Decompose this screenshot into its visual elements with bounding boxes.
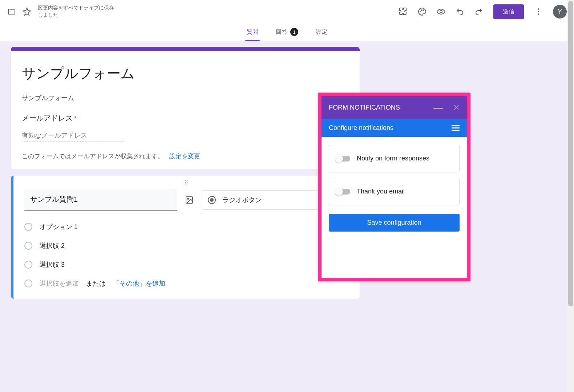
radio-outline-icon xyxy=(24,223,32,231)
svg-point-6 xyxy=(538,13,539,15)
email-collection-note: このフォームではメールアドレスが収集されます。 設定を変更 xyxy=(22,152,349,160)
radio-outline-icon xyxy=(24,279,32,287)
svg-point-1 xyxy=(421,10,422,11)
question-title-input[interactable] xyxy=(24,189,177,211)
add-option-label[interactable]: 選択肢を追加 xyxy=(40,279,79,288)
options-list: オプション 1 選択肢 2 選択肢 3 選択肢を追加 または 「その他」を追加 xyxy=(24,222,349,288)
svg-point-8 xyxy=(187,198,189,199)
toggle-notify-responses[interactable]: Notify on form responses xyxy=(329,145,460,172)
email-label: メールアドレス xyxy=(22,114,73,122)
tab-responses-label: 回答 xyxy=(276,28,287,36)
radio-outline-icon xyxy=(24,242,32,250)
palette-icon[interactable] xyxy=(418,7,427,16)
toggle-switch[interactable] xyxy=(336,156,350,162)
change-settings-link[interactable]: 設定を変更 xyxy=(169,153,200,160)
close-icon[interactable]: ✕ xyxy=(453,103,460,113)
scrollbar-thumb[interactable] xyxy=(568,1,573,299)
app-header: 変更内容をすべてドライブに保存しました 送信 Y xyxy=(0,0,574,41)
addon-titlebar: FORM NOTIFICATIONS — ✕ xyxy=(322,96,467,119)
save-configuration-button[interactable]: Save configuration xyxy=(329,214,460,232)
svg-point-3 xyxy=(440,11,442,13)
tab-bar: 質問 回答 1 設定 xyxy=(0,23,574,41)
question-card[interactable]: ⠿ ラジオボタン オプション 1 選択肢 2 選択肢 3 xyxy=(11,176,360,299)
option-row[interactable]: 選択肢 3 xyxy=(24,260,349,269)
option-label[interactable]: オプション 1 xyxy=(40,222,78,231)
form-header-card[interactable]: サンプルフォーム サンプルフォーム メールアドレス* このフォームではメールアド… xyxy=(11,47,360,169)
toggle-label: Thank you email xyxy=(357,188,405,195)
addon-panel: FORM NOTIFICATIONS — ✕ Configure notific… xyxy=(318,93,470,281)
toggle-label: Notify on form responses xyxy=(357,155,429,162)
drag-handle-icon[interactable]: ⠿ xyxy=(184,179,189,186)
addon-subheader: Configure notifications xyxy=(322,119,467,137)
tab-responses[interactable]: 回答 1 xyxy=(274,24,300,40)
addon-title-text: FORM NOTIFICATIONS xyxy=(329,104,400,111)
tab-settings[interactable]: 設定 xyxy=(314,24,329,40)
svg-point-4 xyxy=(538,8,539,10)
tab-questions[interactable]: 質問 xyxy=(245,24,260,40)
radio-icon xyxy=(208,196,216,204)
required-asterisk: * xyxy=(74,115,76,122)
toggle-switch[interactable] xyxy=(336,189,350,195)
svg-point-5 xyxy=(538,11,539,12)
star-icon[interactable] xyxy=(23,7,31,16)
svg-point-0 xyxy=(420,11,421,12)
option-label[interactable]: 選択肢 2 xyxy=(40,241,65,250)
question-type-label: ラジオボタン xyxy=(222,196,262,204)
redo-icon[interactable] xyxy=(474,7,483,16)
addon-subtitle: Configure notifications xyxy=(329,124,393,132)
send-button[interactable]: 送信 xyxy=(493,4,524,19)
form-description[interactable]: サンプルフォーム xyxy=(22,94,349,102)
undo-icon[interactable] xyxy=(456,7,464,16)
add-other-link[interactable]: 「その他」を追加 xyxy=(113,279,165,288)
scrollbar-track[interactable] xyxy=(567,0,574,299)
option-label[interactable]: 選択肢 3 xyxy=(40,260,65,269)
addons-icon[interactable] xyxy=(399,7,408,16)
form-canvas: サンプルフォーム サンプルフォーム メールアドレス* このフォームではメールアド… xyxy=(0,41,360,299)
more-icon[interactable] xyxy=(534,7,543,16)
form-title[interactable]: サンプルフォーム xyxy=(22,64,349,83)
minimize-icon[interactable]: — xyxy=(433,102,443,113)
image-icon[interactable] xyxy=(185,196,194,204)
response-count-badge: 1 xyxy=(290,28,298,36)
email-field-preview xyxy=(22,129,124,142)
folder-icon[interactable] xyxy=(7,7,16,16)
add-option-row[interactable]: 選択肢を追加 または 「その他」を追加 xyxy=(24,279,349,288)
preview-icon[interactable] xyxy=(437,7,445,16)
avatar[interactable]: Y xyxy=(553,5,567,19)
or-label: または xyxy=(86,279,106,288)
save-status: 変更内容をすべてドライブに保存しました xyxy=(38,4,118,19)
option-row[interactable]: オプション 1 xyxy=(24,222,349,231)
radio-outline-icon xyxy=(24,261,32,269)
toggle-thank-you-email[interactable]: Thank you email xyxy=(329,178,460,205)
menu-icon[interactable] xyxy=(452,125,460,131)
option-row[interactable]: 選択肢 2 xyxy=(24,241,349,250)
svg-point-2 xyxy=(423,10,424,11)
